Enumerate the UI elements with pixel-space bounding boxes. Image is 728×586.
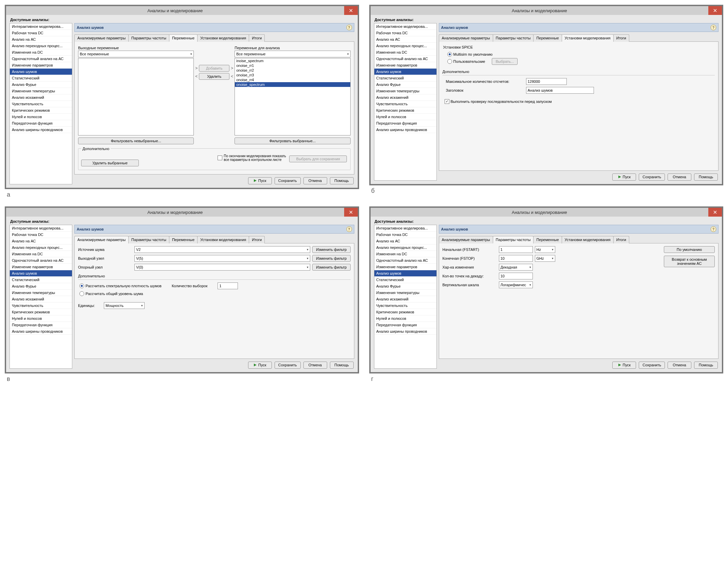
reset-ac-button[interactable]: Возврат к основным значениям АС [664,256,715,267]
remove-button[interactable]: Удалить [199,73,229,80]
sidebar-item[interactable]: Одночастотный анализ на АС [10,257,72,264]
sidebar-item[interactable]: Чувствительность [374,101,436,107]
analyses-sidebar-b[interactable]: Интерактивное моделирова...Рабочая точка… [374,23,437,181]
fstop-input[interactable]: 10 [499,255,533,262]
tab[interactable]: Анализируемые параметры [439,34,493,42]
filter-selected-button[interactable]: Фильтровать выбранные... [235,138,350,144]
sidebar-item[interactable]: Передаточная функция [374,120,436,127]
tab[interactable]: Итоги [613,34,629,42]
close-icon[interactable] [708,208,722,217]
sidebar-item[interactable]: Критических режимов [10,107,72,114]
list-item[interactable]: onoise_rr3 [235,73,350,77]
sidebar-item[interactable]: Интерактивное моделирова... [374,23,436,30]
sidebar-item[interactable]: Анализ на АС [10,238,72,244]
noise-source-dropdown[interactable]: V2▾ [134,246,310,253]
radio-spectral[interactable]: Рассчитать спектральную плотность шумов [79,283,162,288]
sidebar-item[interactable]: Чувствительность [374,303,436,309]
tab[interactable]: Анализируемые параметры [439,236,493,243]
close-icon[interactable] [344,208,358,217]
tab[interactable]: Анализируемые параметры [74,34,129,42]
sidebar-item[interactable]: Анализ на АС [374,238,436,244]
sidebar-item[interactable]: Анализ Фурье [374,81,436,88]
sidebar-item[interactable]: Изменения температуры [374,290,436,296]
tab[interactable]: Параметры частоты [493,34,534,42]
sweep-dropdown[interactable]: Декадная▾ [499,264,533,271]
vscale-dropdown[interactable]: Логарифмичес▾ [499,281,533,288]
sidebar-item[interactable]: Передаточная функция [10,322,72,328]
sidebar-item[interactable]: Чувствительность [10,303,72,309]
list-item[interactable]: onoise_rr1 [235,63,350,68]
list-item[interactable]: onoise_rr4 [235,77,350,82]
change-filter-2-button[interactable]: Изменить фильтр [312,255,350,262]
sidebar-item[interactable]: Интерактивное моделирова... [10,23,72,30]
cancel-button[interactable]: Отмена [303,177,327,184]
pts-input[interactable]: 10 [499,273,533,279]
analyses-sidebar-c[interactable]: Интерактивное моделирова...Рабочая точка… [10,225,72,369]
sidebar-item[interactable]: Анализ искажений [10,94,72,101]
sidebar-item[interactable]: Анализ ширины проводников [10,328,72,335]
sidebar-item[interactable]: Анализ ширины проводников [374,328,436,335]
delete-selected-button[interactable]: Удалить выбранные [81,160,139,166]
sidebar-item[interactable]: Нулей и полюсов [10,114,72,120]
sidebar-item[interactable]: Анализ искажений [374,296,436,303]
analyses-sidebar-a[interactable]: Интерактивное моделирова...Рабочая точка… [10,23,72,184]
sidebar-item[interactable]: Изменение параметров [374,264,436,270]
sidebar-item[interactable]: Анализ переходных процес... [10,244,72,251]
tab[interactable]: Установки моделирования [562,236,614,243]
ref-node-dropdown[interactable]: V(0)▾ [134,264,310,271]
list-item[interactable]: inoise_spectrum [235,58,350,63]
sidebar-item[interactable]: Анализ ширины проводников [374,127,436,133]
run-button[interactable]: Пуск [612,173,636,181]
defaults-button[interactable]: По умолчанию [664,246,715,253]
cancel-button[interactable]: Отмена [668,173,691,181]
tab[interactable]: Анализируемые параметры [74,236,129,243]
save-button[interactable]: Сохранить [639,362,665,369]
sidebar-item[interactable]: Статистический [374,75,436,81]
show-after-sim-checkbox[interactable]: По окончании моделирования показать все … [218,154,288,162]
sidebar-item[interactable]: Изменения температуры [10,88,72,94]
tab[interactable]: Установки моделирования [197,34,249,42]
sidebar-item[interactable]: Изменения температуры [374,88,436,94]
sidebar-item[interactable]: Одночастотный анализ на АС [374,257,436,264]
fstart-unit-dropdown[interactable]: Hz▾ [535,246,555,253]
sidebar-item[interactable]: Анализ переходных процес... [374,244,436,251]
radio-total[interactable]: Рассчитать общий уровень шума [79,291,143,296]
sidebar-item[interactable]: Нулей и полюсов [374,315,436,322]
analysis-title-input[interactable]: Анализ шумов [526,87,594,94]
sidebar-item[interactable]: Анализ Фурье [10,283,72,290]
sidebar-item[interactable]: Изменение параметров [374,62,436,69]
samples-input[interactable]: 1 [218,282,238,289]
fstop-unit-dropdown[interactable]: GHz▾ [535,255,555,262]
radio-custom[interactable]: Пользовательские [447,59,485,64]
sidebar-item[interactable]: Анализ переходных процес... [374,43,436,49]
fstart-input[interactable]: 1 [499,246,533,253]
analyses-sidebar-d[interactable]: Интерактивное моделирова...Рабочая точка… [374,225,437,369]
change-filter-3-button[interactable]: Изменить фильтр [312,264,350,271]
tab[interactable]: Установки моделирования [197,236,249,243]
sidebar-item[interactable]: Рабочая точка DC [10,30,72,36]
sidebar-item[interactable]: Анализ шумов [10,270,72,277]
max-samples-input[interactable]: 128000 [526,78,567,85]
sidebar-item[interactable]: Нулей и полюсов [374,114,436,120]
sidebar-item[interactable]: Изменения на DC [10,49,72,56]
list-item[interactable]: onoise_rr2 [235,68,350,73]
help-button[interactable]: Помощь [330,362,354,369]
close-icon[interactable] [708,6,722,15]
sidebar-item[interactable]: Одночастотный анализ на АС [10,56,72,62]
sidebar-item[interactable]: Анализ Фурье [374,283,436,290]
cancel-button[interactable]: Отмена [668,362,691,369]
anal-vars-dropdown[interactable]: Все переменные▾ [235,51,350,57]
tab[interactable]: Итоги [249,34,265,42]
sidebar-item[interactable]: Анализ на АС [374,36,436,43]
out-node-dropdown[interactable]: V(5)▾ [134,255,310,262]
out-vars-dropdown[interactable]: Все переменные▾ [78,51,194,57]
sidebar-item[interactable]: Одночастотный анализ на АС [374,56,436,62]
sidebar-item[interactable]: Анализ шумов [10,69,72,75]
sidebar-item[interactable]: Анализ шумов [374,270,436,277]
cancel-button[interactable]: Отмена [303,362,327,369]
sidebar-item[interactable]: Анализ на АС [10,36,72,43]
help-icon[interactable]: ? [347,226,352,232]
sidebar-item[interactable]: Анализ шумов [374,69,436,75]
tab[interactable]: Переменные [169,34,198,42]
sidebar-item[interactable]: Рабочая точка DC [374,232,436,238]
